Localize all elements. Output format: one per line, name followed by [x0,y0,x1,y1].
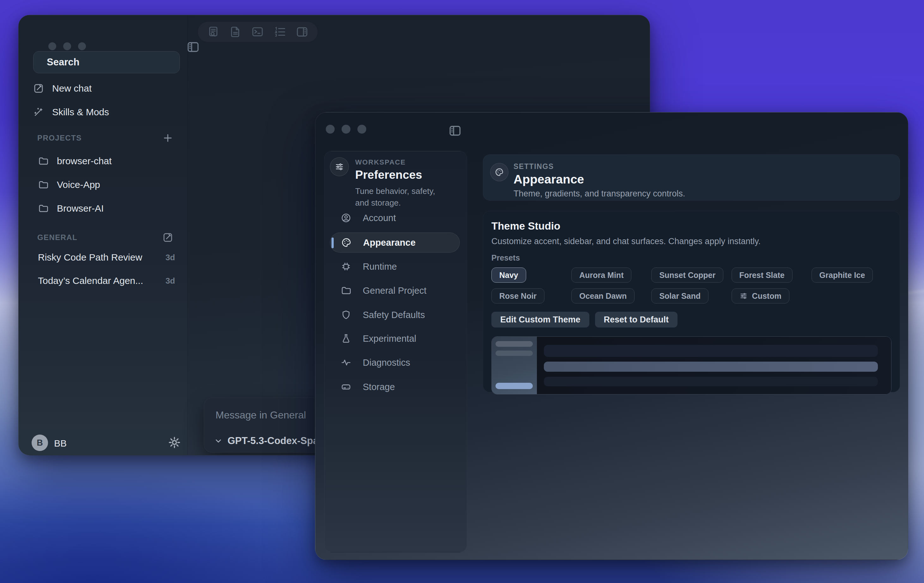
preset-chips: Navy Aurora Mint Sunset Copper Forest Sl… [492,267,891,303]
new-chat-label: New chat [52,83,92,94]
model-selector[interactable]: GPT-5.3-Codex-Spark [214,435,328,446]
theme-studio-description: Customize accent, sidebar, and chat surf… [492,237,891,246]
add-project-button[interactable] [162,133,173,143]
close-button[interactable] [326,125,335,133]
palette-icon [495,167,504,177]
edit-custom-theme-button[interactable]: Edit Custom Theme [492,312,589,328]
project-name: Browser-AI [57,203,104,214]
preset-rose-noir[interactable]: Rose Noir [492,288,544,303]
zoom-button[interactable] [357,125,366,133]
selected-accent-bar [332,237,334,248]
chip-label: Custom [752,292,782,301]
zoom-button[interactable] [78,42,86,50]
preset-graphite-ice[interactable]: Graphite Ice [812,267,873,283]
nav-item-storage[interactable]: Storage [330,377,460,397]
terminal-icon[interactable] [251,25,264,38]
close-button[interactable] [48,42,56,50]
nav-label: Account [363,213,396,223]
plus-icon [162,133,173,143]
document-search-icon[interactable] [207,25,220,38]
nav-label: Runtime [363,262,397,272]
chat-toolbar [198,22,318,42]
avatar[interactable]: B [31,435,48,451]
folder-icon [38,203,49,214]
project-item[interactable]: Browser-AI [33,199,180,217]
minimize-button[interactable] [342,125,350,133]
new-general-chat-button[interactable] [162,232,173,243]
preset-forest-slate[interactable]: Forest Slate [731,267,792,283]
theme-studio-title: Theme Studio [492,220,891,232]
preview-accent-bar [495,383,533,389]
folder-icon [341,285,351,296]
folder-icon [38,180,49,190]
presets-label: Presets [492,253,891,262]
preset-navy[interactable]: Navy [492,267,526,283]
project-name: Voice-App [57,180,100,190]
sidebar-toggle-button[interactable] [448,124,462,136]
nav-item-runtime[interactable]: Runtime [330,257,460,277]
project-item[interactable]: Voice-App [33,176,180,194]
panel-right-icon[interactable] [295,25,309,38]
user-icon [341,212,351,223]
window-controls [326,125,366,133]
sliders-icon [739,292,747,300]
reset-to-default-button[interactable]: Reset to Default [595,312,678,328]
general-section-header: GENERAL [37,232,173,243]
chip-label: Forest Slate [739,271,785,280]
preview-sidebar-bar [495,351,533,356]
nav-label: General Project [363,285,427,296]
chevron-down-icon [214,436,223,446]
page-subtitle: Theme, gradients, and transparency contr… [513,189,685,199]
model-name: GPT-5.3-Codex-Spark [228,435,328,446]
chat-history-item[interactable]: Risky Code Path Review 3d [33,249,180,266]
flask-icon [341,333,351,344]
preset-aurora-mint[interactable]: Aurora Mint [571,267,631,283]
preset-solar-sand[interactable]: Solar Sand [651,288,708,303]
document-icon[interactable] [229,25,242,38]
numbered-list-icon[interactable] [273,25,287,38]
gear-icon [167,435,182,450]
activity-icon [341,357,351,368]
workspace-kicker: WORKSPACE [355,158,406,166]
settings-window: WORKSPACE Preferences Tune behavior, saf… [315,112,908,560]
settings-gear-button[interactable] [167,435,182,450]
preset-ocean-dawn[interactable]: Ocean Dawn [571,288,635,303]
nav-item-account[interactable]: Account [330,208,460,228]
settings-kicker: SETTINGS [513,162,554,171]
minimize-button[interactable] [63,42,71,50]
chip-icon [341,261,351,272]
nav-item-appearance[interactable]: Appearance [330,232,460,253]
preferences-title: Preferences [355,168,422,181]
compose-icon [33,83,44,94]
workspace-icon-circle [330,157,349,176]
nav-item-experimental[interactable]: Experimental [330,328,460,349]
chip-label: Graphite Ice [819,271,865,280]
preset-sunset-copper[interactable]: Sunset Copper [651,267,723,283]
new-chat-button[interactable]: New chat [33,79,180,97]
theme-studio-card: Theme Studio Customize accent, sidebar, … [483,211,900,392]
search-input[interactable] [47,56,178,68]
chat-history-item[interactable]: Today’s Calendar Agen... 3d [33,272,180,290]
sidebar-toggle-button[interactable] [186,40,200,52]
nav-item-diagnostics[interactable]: Diagnostics [330,352,460,373]
window-controls [48,42,86,50]
avatar-initial: B [37,438,43,448]
nav-item-general-project[interactable]: General Project [330,280,460,301]
nav-label: Appearance [363,237,416,248]
folder-icon [38,156,49,166]
preview-message-bar [544,362,878,372]
nav-item-safety-defaults[interactable]: Safety Defaults [330,305,460,325]
composer-placeholder: Message in General [216,409,306,421]
skills-mods-label: Skills & Mods [52,107,109,117]
search-box[interactable] [33,51,180,73]
preview-sidebar [492,337,537,394]
chat-title: Today’s Calendar Agen... [38,275,143,286]
settings-header-card: SETTINGS Appearance Theme, gradients, an… [483,155,900,201]
sliders-icon [335,162,344,171]
preset-custom[interactable]: Custom [731,288,789,303]
page-title: Appearance [513,173,584,186]
skills-mods-button[interactable]: Skills & Mods [33,103,180,121]
palette-icon [341,237,352,248]
project-item[interactable]: browser-chat [33,152,180,170]
chip-label: Navy [499,271,518,280]
